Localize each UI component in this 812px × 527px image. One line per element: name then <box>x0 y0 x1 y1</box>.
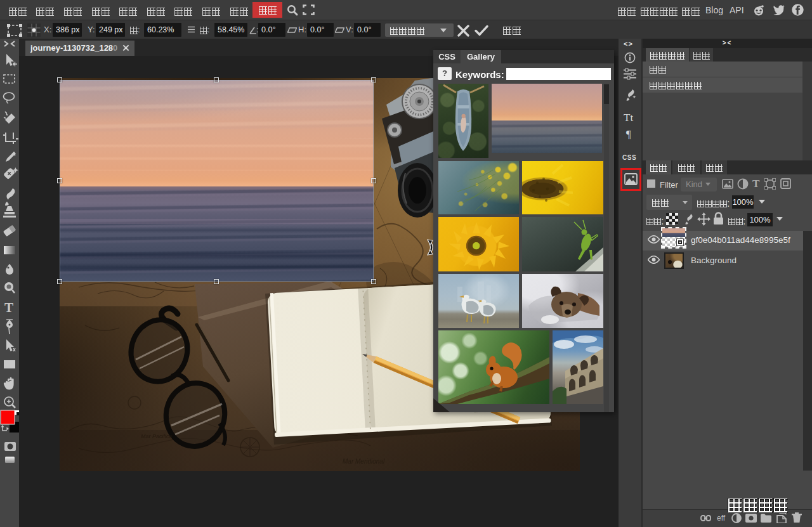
svg-text:Mar Meridional: Mar Meridional <box>343 458 385 465</box>
svg-text:T: T <box>4 300 13 315</box>
svg-text:Mar Pacifico: Mar Pacifico <box>141 433 173 439</box>
